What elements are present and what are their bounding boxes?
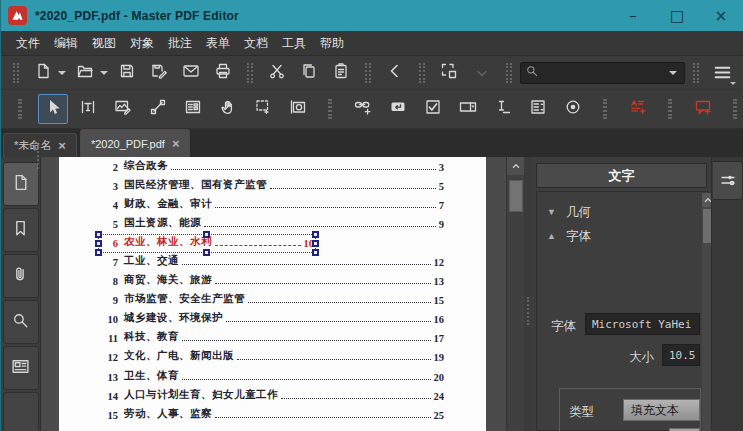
- toolbar-grip[interactable]: [693, 63, 699, 83]
- toolbar-grip[interactable]: [18, 99, 22, 119]
- tab-close-icon[interactable]: ×: [172, 137, 180, 150]
- toolbar-grip[interactable]: [668, 99, 672, 119]
- toolbar-grip[interactable]: [13, 63, 19, 83]
- toolbar-grip[interactable]: [733, 99, 737, 119]
- new-document-button[interactable]: [29, 59, 57, 87]
- sidebar-extra-button[interactable]: [3, 392, 39, 431]
- copy-button[interactable]: [295, 59, 323, 87]
- font-name-field[interactable]: Microsoft YaHei: [585, 313, 700, 335]
- edit-path-button[interactable]: [143, 94, 173, 124]
- text-type-dropdown[interactable]: 填充文本: [623, 399, 700, 421]
- toolbar-grip[interactable]: [419, 63, 425, 83]
- search-dropdown-caret[interactable]: [669, 71, 677, 75]
- text-selection-box[interactable]: [98, 234, 316, 253]
- panel-splitter[interactable]: [524, 157, 532, 431]
- edit-form-button[interactable]: [178, 94, 208, 124]
- selection-handle[interactable]: [95, 249, 102, 256]
- email-button[interactable]: [177, 59, 205, 87]
- toolbar-grip[interactable]: [247, 63, 253, 83]
- overflow-menu-button[interactable]: [707, 60, 737, 86]
- save-as-button[interactable]: [145, 59, 173, 87]
- search-box[interactable]: [520, 62, 685, 84]
- page-thumbnails-button[interactable]: [3, 162, 39, 206]
- toc-row[interactable]: 8商贸、海关、旅游13: [59, 271, 486, 290]
- scroll-up-button[interactable]: [507, 157, 524, 175]
- toc-row[interactable]: 10城乡建设、环境保护16: [59, 309, 486, 328]
- menu-item-4[interactable]: 批注: [162, 32, 198, 55]
- edit-text-button[interactable]: [73, 94, 103, 124]
- marquee-select-button[interactable]: [248, 94, 278, 124]
- snapshot-camera-button[interactable]: [283, 94, 313, 124]
- section-font[interactable]: ▲ 字体: [537, 224, 708, 248]
- toc-row[interactable]: 13卫生、体育20: [59, 366, 486, 385]
- back-button[interactable]: [381, 59, 409, 87]
- selection-handle[interactable]: [203, 249, 210, 256]
- menu-item-5[interactable]: 表单: [200, 32, 236, 55]
- form-fields-button[interactable]: [3, 346, 39, 390]
- section-geometry[interactable]: ▼ 几何: [537, 200, 708, 224]
- sticky-note-button[interactable]: [688, 94, 718, 124]
- toc-row[interactable]: 2综合政务3: [59, 157, 486, 175]
- bookmarks-button[interactable]: [3, 208, 39, 252]
- font-size-field[interactable]: 10.5: [662, 344, 700, 366]
- selection-handle[interactable]: [312, 231, 319, 238]
- edit-image-button[interactable]: [108, 94, 138, 124]
- maximize-button[interactable]: □: [655, 0, 699, 31]
- selection-handle[interactable]: [95, 231, 102, 238]
- screen-capture-button[interactable]: [435, 59, 463, 87]
- checkbox-field-button[interactable]: [418, 94, 448, 124]
- selection-handle[interactable]: [95, 240, 102, 247]
- menu-item-8[interactable]: 帮助: [314, 32, 350, 55]
- combo-box-field-button[interactable]: [453, 94, 483, 124]
- attachments-button[interactable]: [3, 254, 39, 298]
- toc-row[interactable]: 14人口与计划生育、妇女儿童工作24: [59, 385, 486, 404]
- select-arrow-button[interactable]: [38, 94, 68, 124]
- menu-item-6[interactable]: 文档: [238, 32, 274, 55]
- minimize-button[interactable]: –: [611, 0, 655, 31]
- radio-button-field-button[interactable]: [558, 94, 588, 124]
- toc-row[interactable]: 9市场监管、安全生产监管15: [59, 290, 486, 309]
- search-input[interactable]: [539, 65, 670, 81]
- toc-row-inner: 7工业、交通12: [105, 254, 444, 268]
- selection-handle[interactable]: [203, 231, 210, 238]
- toolbar-grip[interactable]: [328, 99, 332, 119]
- paste-button[interactable]: [327, 59, 355, 87]
- toolbar-grip[interactable]: [506, 63, 512, 83]
- toc-row[interactable]: 12文化、广电、新闻出版19: [59, 347, 486, 366]
- list-box-field-button[interactable]: [523, 94, 553, 124]
- menu-item-3[interactable]: 对象: [124, 32, 160, 55]
- toc-row[interactable]: 5国土资源、能源9: [59, 213, 486, 232]
- push-button-field-button[interactable]: [383, 94, 413, 124]
- toc-row[interactable]: 7工业、交通12: [59, 251, 486, 270]
- menu-item-0[interactable]: 文件: [10, 32, 46, 55]
- close-button[interactable]: ×: [699, 0, 743, 31]
- selection-handle[interactable]: [312, 240, 319, 247]
- cut-button[interactable]: [263, 59, 291, 87]
- document-scrollbar[interactable]: [506, 157, 524, 431]
- text-field-button[interactable]: [488, 94, 518, 124]
- edit-text-annotation-button[interactable]: [623, 94, 653, 124]
- open-folder-button[interactable]: [71, 59, 99, 87]
- save-button[interactable]: [113, 59, 141, 87]
- properties-panel-tab[interactable]: [713, 161, 743, 200]
- print-button[interactable]: [209, 59, 237, 87]
- tab-close-icon[interactable]: ×: [58, 139, 66, 152]
- add-link-button[interactable]: [348, 94, 378, 124]
- open-folder-dropdown-caret[interactable]: [100, 71, 108, 75]
- document-tab-1[interactable]: *2020_PDF.pdf×: [80, 129, 191, 157]
- toc-row[interactable]: 4财政、金融、审计7: [59, 194, 486, 213]
- toc-row[interactable]: 15劳动、人事、监察25: [59, 404, 486, 423]
- menu-item-1[interactable]: 编辑: [48, 32, 84, 55]
- toolbar-grip[interactable]: [603, 99, 607, 119]
- menu-item-7[interactable]: 工具: [276, 32, 312, 55]
- scrollbar-thumb[interactable]: [509, 180, 523, 212]
- toolbar-grip[interactable]: [365, 63, 371, 83]
- pdf-page[interactable]: 2综合政务33国民经济管理、国有资产监管54财政、金融、审计75国土资源、能源9…: [59, 157, 486, 431]
- search-document-button[interactable]: [3, 300, 39, 344]
- menu-item-2[interactable]: 视图: [86, 32, 122, 55]
- toc-row[interactable]: 11科技、教育17: [59, 328, 486, 347]
- new-document-dropdown-caret[interactable]: [58, 71, 66, 75]
- hand-pan-button[interactable]: [213, 94, 243, 124]
- selection-handle[interactable]: [312, 249, 319, 256]
- toc-row[interactable]: 3国民经济管理、国有资产监管5: [59, 175, 486, 194]
